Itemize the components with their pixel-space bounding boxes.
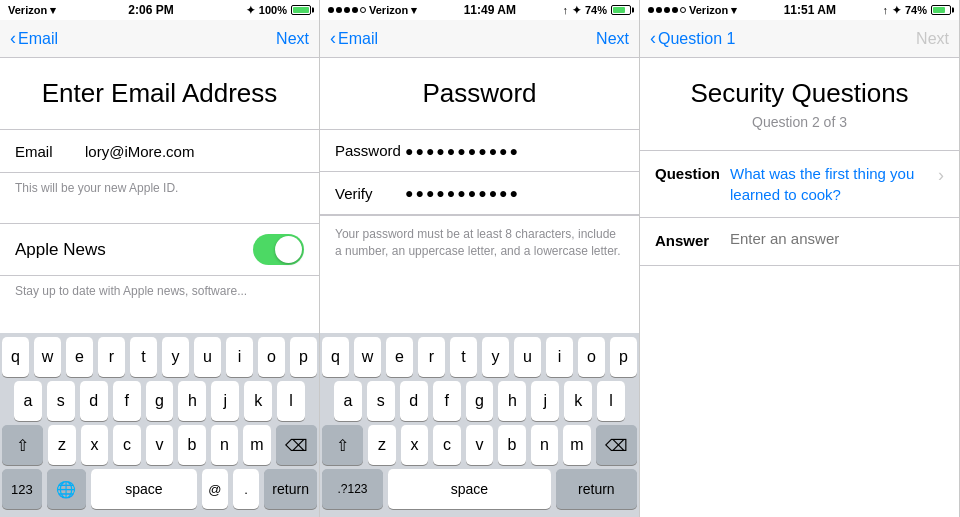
delete-key-1[interactable]: ⌫ bbox=[276, 425, 317, 465]
back-label-3: Question 1 bbox=[658, 30, 735, 48]
back-button-3[interactable]: ‹ Question 1 bbox=[650, 28, 735, 49]
key-s[interactable]: s bbox=[47, 381, 75, 421]
key2-t[interactable]: t bbox=[450, 337, 477, 377]
delete-key-2[interactable]: ⌫ bbox=[596, 425, 637, 465]
key2-h[interactable]: h bbox=[498, 381, 526, 421]
key-a[interactable]: a bbox=[14, 381, 42, 421]
key-y[interactable]: y bbox=[162, 337, 189, 377]
password-form-section: Password ●●●●●●●●●●● Verify ●●●●●●●●●●● bbox=[320, 129, 639, 215]
key2-i[interactable]: i bbox=[546, 337, 573, 377]
shift-key-2[interactable]: ⇧ bbox=[322, 425, 363, 465]
back-chevron-2: ‹ bbox=[330, 28, 336, 49]
key-q[interactable]: q bbox=[2, 337, 29, 377]
dot-key[interactable]: . bbox=[233, 469, 259, 509]
space-key-2[interactable]: space bbox=[388, 469, 551, 509]
key-t[interactable]: t bbox=[130, 337, 157, 377]
shift-key-1[interactable]: ⇧ bbox=[2, 425, 43, 465]
dot3 bbox=[344, 7, 350, 13]
key2-s[interactable]: s bbox=[367, 381, 395, 421]
back-label-2: Email bbox=[338, 30, 378, 48]
dot3-1 bbox=[648, 7, 654, 13]
at-key[interactable]: @ bbox=[202, 469, 228, 509]
key-m[interactable]: m bbox=[243, 425, 271, 465]
signal-dots-2 bbox=[328, 7, 366, 13]
battery-icon-2 bbox=[611, 5, 631, 15]
key2-o[interactable]: o bbox=[578, 337, 605, 377]
return-key-2[interactable]: return bbox=[556, 469, 637, 509]
key2-k[interactable]: k bbox=[564, 381, 592, 421]
key-v[interactable]: v bbox=[146, 425, 174, 465]
key2-v[interactable]: v bbox=[466, 425, 494, 465]
battery-text-2: 74% bbox=[585, 4, 607, 16]
key2-z[interactable]: z bbox=[368, 425, 396, 465]
key2-j[interactable]: j bbox=[531, 381, 559, 421]
key-d[interactable]: d bbox=[80, 381, 108, 421]
key-b[interactable]: b bbox=[178, 425, 206, 465]
key2-g[interactable]: g bbox=[466, 381, 494, 421]
return-key-1[interactable]: return bbox=[264, 469, 317, 509]
num-key-2[interactable]: .?123 bbox=[322, 469, 383, 509]
answer-row: Answer bbox=[640, 218, 959, 266]
signal-dots-3 bbox=[648, 7, 686, 13]
verify-label: Verify bbox=[335, 185, 405, 202]
location-icon-3: ↑ bbox=[882, 4, 888, 16]
key-o[interactable]: o bbox=[258, 337, 285, 377]
battery-icon-3 bbox=[931, 5, 951, 15]
key2-c[interactable]: c bbox=[433, 425, 461, 465]
battery-icon-1 bbox=[291, 5, 311, 15]
key-f[interactable]: f bbox=[113, 381, 141, 421]
email-label: Email bbox=[15, 143, 85, 160]
key2-u[interactable]: u bbox=[514, 337, 541, 377]
key2-w[interactable]: w bbox=[354, 337, 381, 377]
key-r[interactable]: r bbox=[98, 337, 125, 377]
key2-y[interactable]: y bbox=[482, 337, 509, 377]
key-l[interactable]: l bbox=[277, 381, 305, 421]
status-right-3: ↑ ✦ 74% bbox=[882, 4, 951, 17]
key2-r[interactable]: r bbox=[418, 337, 445, 377]
key-c[interactable]: c bbox=[113, 425, 141, 465]
next-button-2[interactable]: Next bbox=[596, 30, 629, 48]
apple-news-toggle[interactable] bbox=[253, 234, 304, 265]
password-dots: ●●●●●●●●●●● bbox=[405, 143, 520, 159]
question-label: Question bbox=[655, 163, 730, 182]
globe-key-1[interactable]: 🌐 bbox=[47, 469, 87, 509]
key2-m[interactable]: m bbox=[563, 425, 591, 465]
key2-a[interactable]: a bbox=[334, 381, 362, 421]
nav-bar-3: ‹ Question 1 Next bbox=[640, 20, 959, 58]
key2-q[interactable]: q bbox=[322, 337, 349, 377]
key-u[interactable]: u bbox=[194, 337, 221, 377]
next-button-3[interactable]: Next bbox=[916, 30, 949, 48]
key-i[interactable]: i bbox=[226, 337, 253, 377]
key-z[interactable]: z bbox=[48, 425, 76, 465]
key2-x[interactable]: x bbox=[401, 425, 429, 465]
num-key-1[interactable]: 123 bbox=[2, 469, 42, 509]
key2-p[interactable]: p bbox=[610, 337, 637, 377]
answer-input[interactable] bbox=[730, 230, 944, 247]
dot3-4 bbox=[672, 7, 678, 13]
key2-l[interactable]: l bbox=[597, 381, 625, 421]
key2-d[interactable]: d bbox=[400, 381, 428, 421]
question-row[interactable]: Question What was the first thing you le… bbox=[640, 150, 959, 218]
key2-e[interactable]: e bbox=[386, 337, 413, 377]
key2-f[interactable]: f bbox=[433, 381, 461, 421]
key-n[interactable]: n bbox=[211, 425, 239, 465]
key2-b[interactable]: b bbox=[498, 425, 526, 465]
key-j[interactable]: j bbox=[211, 381, 239, 421]
keyboard-1: q w e r t y u i o p a s d f g h j k l ⇧ … bbox=[0, 333, 319, 517]
email-input[interactable] bbox=[85, 143, 304, 160]
key-e[interactable]: e bbox=[66, 337, 93, 377]
password-hint: Your password must be at least 8 charact… bbox=[320, 215, 639, 270]
key-g[interactable]: g bbox=[146, 381, 174, 421]
screen3-subtitle: Question 2 of 3 bbox=[640, 114, 959, 150]
key-k[interactable]: k bbox=[244, 381, 272, 421]
key-h[interactable]: h bbox=[178, 381, 206, 421]
key-x[interactable]: x bbox=[81, 425, 109, 465]
key2-n[interactable]: n bbox=[531, 425, 559, 465]
space-key-1[interactable]: space bbox=[91, 469, 196, 509]
back-button-2[interactable]: ‹ Email bbox=[330, 28, 378, 49]
key-w[interactable]: w bbox=[34, 337, 61, 377]
next-button-1[interactable]: Next bbox=[276, 30, 309, 48]
email-hint: This will be your new Apple ID. bbox=[0, 173, 319, 203]
back-button-1[interactable]: ‹ Email bbox=[10, 28, 58, 49]
key-p[interactable]: p bbox=[290, 337, 317, 377]
